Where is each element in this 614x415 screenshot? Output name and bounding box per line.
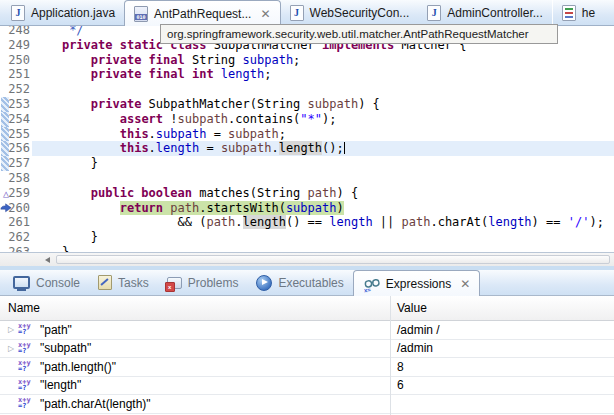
- watch-expression-icon: x+y=?: [18, 397, 36, 410]
- expression-name: "path": [40, 323, 72, 337]
- console-icon: [13, 276, 30, 289]
- tab-tasks[interactable]: Tasks: [89, 270, 158, 295]
- expression-row[interactable]: ▷x+y=?"subpath"/admin: [0, 340, 614, 359]
- executables-icon: [256, 275, 272, 291]
- tab-label: WebSecurityCon...: [310, 6, 410, 20]
- line-number[interactable]: 263: [0, 245, 32, 252]
- expression-row[interactable]: ▷x+y=?"path"/admin /: [0, 321, 614, 340]
- tooltip: org.springframework.security.web.util.ma…: [160, 24, 558, 44]
- expression-name: "length": [40, 378, 81, 392]
- expression-row[interactable]: x+y=?"length"6: [0, 377, 614, 396]
- tab-problems[interactable]: xProblems: [158, 270, 248, 295]
- code-line-263[interactable]: }: [32, 245, 614, 252]
- line-number[interactable]: 252: [0, 82, 32, 97]
- close-tab-icon[interactable]: ✕: [260, 8, 270, 20]
- expression-value: 8: [397, 360, 404, 374]
- tab-label: AntPathRequest...: [154, 7, 251, 21]
- watch-expression-icon: x+y=?: [18, 379, 36, 392]
- code-line-260[interactable]: return path.startsWith(subpath): [32, 201, 614, 216]
- eclipse-window: JApplication.java010AntPathRequest...✕JW…: [0, 0, 614, 415]
- tab-admincontroller[interactable]: JAdminController...: [418, 0, 551, 25]
- line-number[interactable]: 249: [0, 38, 32, 53]
- code-line-252[interactable]: [32, 82, 614, 97]
- expression-row[interactable]: x+y=?"path.length()"8: [0, 358, 614, 377]
- expressions-table: ▷x+y=?"path"/admin /▷x+y=?"subpath"/admi…: [0, 321, 614, 414]
- tab-label: Tasks: [118, 276, 149, 290]
- tab-expressions[interactable]: x=Expressions✕: [353, 270, 480, 296]
- text-file-icon: [562, 5, 576, 21]
- code-line-251[interactable]: private final int length;: [32, 67, 614, 82]
- code-line-259[interactable]: public boolean matches(String path) {: [32, 186, 614, 201]
- code-line-258[interactable]: [32, 171, 614, 186]
- code-line-254[interactable]: assert !subpath.contains("*");: [32, 112, 614, 127]
- line-number[interactable]: 251: [0, 67, 32, 82]
- tab-label: Application.java: [31, 6, 115, 20]
- code-line-261[interactable]: && (path.length() == length || path.char…: [32, 215, 614, 230]
- code-line-257[interactable]: }: [32, 156, 614, 171]
- scroll-left-arrow-icon[interactable]: [45, 257, 50, 263]
- expression-name: "path.length()": [40, 360, 116, 374]
- tab-label: Expressions: [386, 277, 451, 291]
- line-number[interactable]: 261: [0, 215, 32, 230]
- java-file-icon: J: [427, 5, 441, 21]
- tab-label: Problems: [188, 276, 239, 290]
- tasks-icon: [98, 275, 112, 290]
- tab-label: Executables: [278, 276, 343, 290]
- table-header: Name Value: [0, 296, 614, 321]
- tab-executables[interactable]: Executables: [247, 270, 352, 295]
- expression-row[interactable]: x+y=?"path.charAt(length)": [0, 395, 614, 414]
- text-caret: [344, 142, 345, 154]
- java-file-icon: J: [290, 5, 304, 21]
- code-text-area[interactable]: */ private static class SubpathMatcher i…: [32, 26, 614, 252]
- java-file-icon: J: [11, 5, 25, 21]
- code-line-253[interactable]: private SubpathMatcher(String subpath) {: [32, 97, 614, 112]
- tab-label: AdminController...: [447, 6, 542, 20]
- tab-he[interactable]: he: [552, 0, 604, 25]
- code-editor[interactable]: 248249250251252253254255256257258△259260…: [0, 26, 614, 252]
- class-file-icon: 010: [134, 6, 148, 22]
- watch-expression-icon: x+y=?: [18, 323, 36, 336]
- code-line-255[interactable]: this.subpath = subpath;: [32, 127, 614, 142]
- line-number[interactable]: 262: [0, 230, 32, 245]
- tab-antpathrequest[interactable]: 010AntPathRequest...✕: [124, 0, 280, 26]
- editor-tab-bar: JApplication.java010AntPathRequest...✕JW…: [0, 0, 614, 26]
- line-number[interactable]: 256: [0, 141, 32, 156]
- code-line-262[interactable]: }: [32, 230, 614, 245]
- expressions-view: ConsoleTasksxProblemsExecutablesx=Expres…: [0, 270, 614, 415]
- watch-expression-icon: x+y=?: [18, 342, 36, 355]
- expand-arrow-icon[interactable]: ▷: [4, 344, 18, 353]
- tab-label: Console: [36, 276, 80, 290]
- column-header-value[interactable]: Value: [397, 301, 427, 315]
- panel-tab-bar: ConsoleTasksxProblemsExecutablesx=Expres…: [0, 270, 614, 296]
- line-number[interactable]: 257: [0, 156, 32, 171]
- scrollbar-thumb[interactable]: [56, 255, 610, 264]
- debug-instruction-pointer-icon: [0, 202, 12, 214]
- column-header-name[interactable]: Name: [8, 301, 40, 315]
- expression-name: "subpath": [40, 341, 91, 355]
- line-number[interactable]: 254: [0, 112, 32, 127]
- override-marker-icon: △: [0, 187, 12, 199]
- line-number[interactable]: 253: [0, 97, 32, 112]
- expressions-glasses-icon: x=: [363, 276, 380, 292]
- line-number[interactable]: 248: [0, 26, 32, 38]
- editor-gutter[interactable]: 248249250251252253254255256257258△259260…: [0, 26, 32, 252]
- close-tab-icon[interactable]: ✕: [460, 278, 470, 290]
- column-divider[interactable]: [390, 296, 391, 415]
- editor-horizontal-scrollbar[interactable]: [0, 252, 614, 266]
- tab-console[interactable]: Console: [4, 270, 89, 295]
- tab-application-java[interactable]: JApplication.java: [2, 0, 124, 25]
- line-number[interactable]: 258: [0, 171, 32, 186]
- line-number[interactable]: 255: [0, 127, 32, 142]
- expression-value: 6: [397, 378, 404, 392]
- tab-websecuritycon[interactable]: JWebSecurityCon...: [281, 0, 419, 25]
- expand-arrow-icon[interactable]: ▷: [4, 325, 18, 334]
- code-line-256[interactable]: this.length = subpath.length();: [32, 141, 614, 156]
- problems-icon: x: [167, 277, 182, 289]
- watch-expression-icon: x+y=?: [18, 360, 36, 373]
- line-number[interactable]: △259: [0, 186, 32, 201]
- code-line-250[interactable]: private final String subpath;: [32, 53, 614, 68]
- line-number[interactable]: 250: [0, 53, 32, 68]
- expression-name: "path.charAt(length)": [40, 397, 151, 411]
- expression-value: /admin: [397, 341, 433, 355]
- line-number[interactable]: 260: [0, 201, 32, 216]
